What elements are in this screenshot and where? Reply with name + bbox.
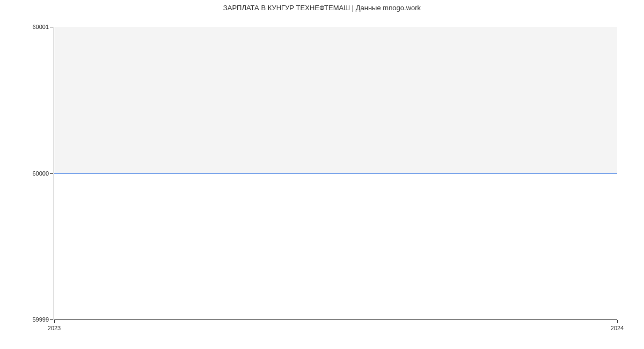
y-axis-tick	[50, 27, 53, 27]
y-axis-tick	[50, 173, 53, 174]
plot-bg-bottom	[54, 173, 617, 320]
x-axis-tick	[617, 320, 618, 323]
y-axis-label: 60000	[32, 170, 49, 177]
x-axis-label: 2023	[48, 325, 61, 331]
data-series-line	[54, 173, 617, 174]
y-axis-tick	[50, 319, 53, 320]
chart-title: ЗАРПЛАТА В КУНГУР ТЕХНЕФТЕМАШ | Данные m…	[0, 4, 644, 12]
x-axis-tick	[54, 320, 55, 323]
plot-area: 59999 60000 60001 2023 2024	[54, 27, 617, 320]
x-axis-label: 2024	[611, 325, 624, 331]
y-axis-label: 60001	[32, 24, 49, 30]
y-axis-label: 59999	[32, 316, 49, 323]
